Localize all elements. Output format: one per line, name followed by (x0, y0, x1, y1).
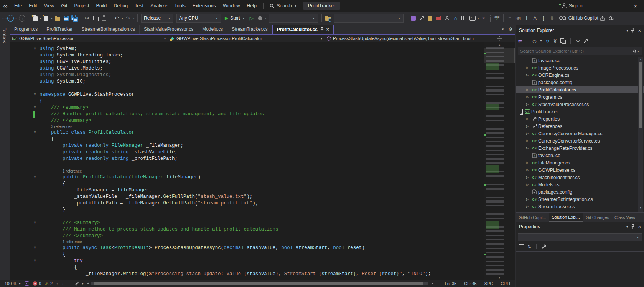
code-line[interactable]: /// </summary> (10, 233, 484, 239)
expand-arrow-icon[interactable]: ▷ (524, 212, 530, 212)
fold-chevron-icon[interactable]: ∨ (32, 46, 38, 52)
toolbox-autohide-tab[interactable]: Toolbox (0, 25, 10, 280)
attach-button[interactable] (410, 13, 417, 23)
code-line[interactable]: _stashValueFile = _fileManager.GetFullPa… (10, 194, 484, 200)
expand-arrow-icon[interactable]: ▷ (524, 139, 530, 143)
tree-item[interactable]: ▷C#StashValueProcessor.cs (516, 101, 644, 108)
tree-item[interactable]: ▷C#TranslationService.cs (516, 210, 644, 212)
run-profile-dropdown[interactable]: ▾ (269, 14, 318, 23)
code-line[interactable]: ∨ try (10, 258, 484, 264)
fold-chevron-icon[interactable]: ∨ (32, 245, 38, 251)
expand-arrow-icon[interactable]: ▷ (524, 183, 530, 186)
panel-options-caret-icon[interactable]: ▾ (626, 225, 628, 229)
breadcrumb-project-dropdown[interactable]: C# GGWPLive.StashProcessor ▾ (10, 36, 168, 41)
codelens-references[interactable]: 1 reference (10, 169, 484, 174)
tab-models-cs[interactable]: Models.cs (198, 25, 227, 34)
menu-file[interactable]: File (11, 0, 25, 12)
search-caret-icon[interactable]: ▾ (637, 50, 639, 53)
code-line[interactable]: using System.Threading.Tasks; (10, 52, 484, 59)
find-in-files-button[interactable] (324, 13, 332, 23)
fold-chevron-icon[interactable]: ∨ (32, 220, 38, 226)
start-without-debugging-button[interactable]: ▷ (248, 13, 255, 23)
menu-view[interactable]: View (41, 0, 58, 12)
code-line[interactable]: ∨namespace GGWPLive.StashProcessor (10, 91, 484, 98)
expand-arrow-icon[interactable]: ▷ (524, 103, 530, 106)
sync-with-active-document-icon[interactable] (560, 38, 565, 43)
tree-item[interactable]: ▷C#GGWPLicense.cs (516, 166, 644, 174)
expand-arrow-icon[interactable]: ▷ (524, 73, 530, 77)
scroll-right-icon[interactable]: ▸ (432, 281, 433, 285)
code-line[interactable]: using GGWPLive.Utilities; (10, 59, 484, 65)
navigate-back-caret-icon[interactable]: ▾ (15, 17, 17, 20)
tree-item[interactable]: ▷C#ExchangeRateProvider.cs (516, 144, 644, 152)
close-panel-icon[interactable]: × (638, 224, 641, 230)
profiler-caret-icon[interactable]: ▾ (265, 17, 267, 20)
breadcrumb-type-dropdown[interactable]: GGWPLive.StashProcessor.ProfitCalculator… (168, 36, 324, 41)
tree-item[interactable]: ▷C#FileManager.cs (516, 159, 644, 166)
code-line[interactable]: _fileManager = fileManager; (10, 187, 484, 194)
property-pages-wrench-icon[interactable] (542, 244, 546, 249)
caret-navigate-button[interactable]: I (523, 13, 530, 23)
toolbar-grip[interactable]: ...... (2, 17, 5, 19)
codelens-references[interactable]: 3 references (10, 124, 484, 129)
breadcrumb-member-dropdown[interactable]: ProcessStashUpdateAsync(decimal stashVal… (324, 36, 484, 41)
code-line[interactable]: ∨ /// <summary> (10, 105, 484, 111)
tab-stashvalueprocessor-cs[interactable]: StashValueProcessor.cs (140, 25, 198, 34)
code-line[interactable]: ∨ /// <summary> (10, 220, 484, 226)
sign-in-button[interactable]: + Sign in (559, 3, 583, 8)
code-area[interactable]: ∨using System;using System.Threading.Tas… (10, 42, 484, 280)
fold-chevron-icon[interactable]: ∨ (32, 174, 38, 181)
warning-indicator[interactable]: ⚠ 2 (44, 281, 53, 286)
code-line[interactable]: { (10, 264, 484, 271)
open-file-button[interactable] (54, 13, 61, 23)
expand-arrow-icon[interactable]: ▷ (524, 205, 530, 208)
new-file-caret-icon[interactable]: ▾ (51, 17, 53, 20)
tree-item[interactable]: ▷C#ProfitCalculator.cs (516, 86, 644, 93)
code-structure-button[interactable]: [ (540, 13, 547, 23)
tab-list-dropdown-icon[interactable]: ▾ (502, 27, 504, 31)
code-line[interactable]: } (10, 207, 484, 213)
tree-item[interactable]: favicon.ico (516, 57, 644, 64)
solution-configuration-dropdown[interactable]: Release▾ (141, 14, 173, 23)
fold-chevron-icon[interactable]: ∨ (32, 105, 38, 111)
redo-caret-icon[interactable]: ▾ (133, 17, 135, 20)
zoom-dropdown[interactable]: 100 % ▾ (5, 281, 21, 286)
code-line[interactable]: private readonly string _stashValueFile; (10, 149, 484, 156)
show-all-files-icon[interactable]: <> (576, 39, 580, 43)
fold-chevron-icon[interactable]: ∨ (32, 129, 38, 136)
panel-tab-class-view[interactable]: Class View (612, 213, 638, 222)
solution-name-button[interactable]: ProfitTracker (303, 2, 340, 10)
scroll-left-icon[interactable]: ◂ (87, 281, 89, 285)
new-project-button[interactable]: * (31, 13, 38, 23)
preview-selected-icon[interactable] (591, 39, 596, 43)
code-line[interactable]: /// Main method to process stash updates… (10, 226, 484, 233)
expand-arrow-icon[interactable]: ▷ (524, 168, 530, 172)
menu-extensions[interactable]: Extensions (189, 0, 219, 12)
code-line[interactable]: /// </summary> (10, 118, 484, 124)
tools-button[interactable] (418, 13, 426, 23)
tree-item[interactable]: ▷C#StreamTracker.cs (516, 203, 644, 210)
paste-button[interactable] (100, 13, 108, 23)
code-line[interactable]: _fileManager.WriteLog($"Processing stash… (10, 271, 484, 277)
spaces-indicator[interactable]: SPC (484, 281, 493, 286)
undo-button[interactable]: ↶ (113, 13, 120, 23)
horizontal-scrollbar-thumb[interactable] (94, 282, 423, 285)
tab-streamerbotintegration-cs[interactable]: StreamerBotIntegration.cs (77, 25, 140, 34)
expand-arrow-icon[interactable]: ▷ (524, 66, 530, 70)
tree-scrollbar[interactable]: ▴ ▾ (638, 57, 643, 212)
terminal-button[interactable]: >_ (469, 13, 476, 23)
minimize-button[interactable]: — (593, 0, 610, 12)
code-line[interactable]: _profitFilePath = _fileManager.GetFullPa… (10, 200, 484, 207)
ask-copilot-button[interactable] (607, 13, 615, 23)
pending-changes-filter-icon[interactable]: ◷ (532, 38, 536, 44)
horizontal-scrollbar[interactable] (91, 282, 428, 285)
pin-icon[interactable] (631, 28, 635, 33)
fold-chevron-icon[interactable]: ∨ (32, 91, 38, 98)
add-item-button[interactable] (427, 13, 434, 23)
tree-item[interactable]: ▷C#StreamerBotIntegration.cs (516, 196, 644, 203)
search-box[interactable]: ▾ (518, 47, 642, 55)
code-line[interactable]: { (10, 98, 484, 105)
share-button[interactable] (599, 13, 606, 23)
menu-project[interactable]: Project (71, 0, 93, 12)
panel-options-caret-icon[interactable]: ▾ (626, 28, 628, 32)
